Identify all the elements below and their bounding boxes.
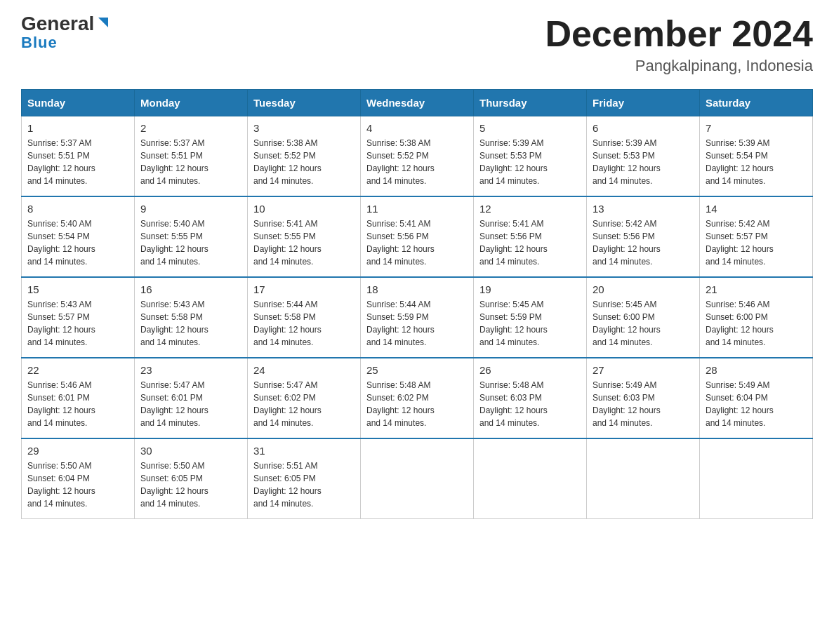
calendar-cell: 29 Sunrise: 5:50 AMSunset: 6:04 PMDaylig… bbox=[22, 438, 135, 519]
day-info: Sunrise: 5:49 AMSunset: 6:04 PMDaylight:… bbox=[706, 379, 807, 429]
day-number: 15 bbox=[27, 283, 128, 295]
calendar-cell: 8 Sunrise: 5:40 AMSunset: 5:54 PMDayligh… bbox=[22, 196, 135, 277]
calendar-body: 1 Sunrise: 5:37 AMSunset: 5:51 PMDayligh… bbox=[22, 116, 813, 519]
logo-blue: Blue bbox=[21, 34, 58, 52]
day-number: 23 bbox=[140, 364, 241, 376]
calendar-cell: 3 Sunrise: 5:38 AMSunset: 5:52 PMDayligh… bbox=[248, 116, 361, 197]
day-number: 24 bbox=[253, 364, 355, 376]
day-number: 5 bbox=[479, 122, 581, 134]
day-info: Sunrise: 5:45 AMSunset: 6:00 PMDaylight:… bbox=[593, 298, 694, 349]
calendar-cell: 25 Sunrise: 5:48 AMSunset: 6:02 PMDaylig… bbox=[361, 358, 474, 438]
day-info: Sunrise: 5:48 AMSunset: 6:03 PMDaylight:… bbox=[479, 379, 581, 429]
day-number: 28 bbox=[706, 364, 807, 376]
calendar-cell: 31 Sunrise: 5:51 AMSunset: 6:05 PMDaylig… bbox=[248, 438, 361, 519]
day-number: 1 bbox=[27, 122, 128, 134]
day-number: 6 bbox=[593, 122, 694, 134]
logo-icon bbox=[95, 15, 111, 30]
calendar-cell: 27 Sunrise: 5:49 AMSunset: 6:03 PMDaylig… bbox=[587, 358, 700, 438]
month-title: December 2024 bbox=[545, 14, 813, 54]
day-info: Sunrise: 5:47 AMSunset: 6:01 PMDaylight:… bbox=[140, 379, 241, 429]
calendar-cell: 22 Sunrise: 5:46 AMSunset: 6:01 PMDaylig… bbox=[22, 358, 135, 438]
calendar-cell: 1 Sunrise: 5:37 AMSunset: 5:51 PMDayligh… bbox=[22, 116, 135, 197]
calendar-cell: 30 Sunrise: 5:50 AMSunset: 6:05 PMDaylig… bbox=[135, 438, 248, 519]
calendar-cell: 12 Sunrise: 5:41 AMSunset: 5:56 PMDaylig… bbox=[474, 196, 587, 277]
day-info: Sunrise: 5:44 AMSunset: 5:59 PMDaylight:… bbox=[366, 298, 468, 349]
calendar-cell: 24 Sunrise: 5:47 AMSunset: 6:02 PMDaylig… bbox=[248, 358, 361, 438]
calendar-cell bbox=[474, 438, 587, 519]
day-number: 17 bbox=[253, 283, 355, 295]
calendar-cell: 6 Sunrise: 5:39 AMSunset: 5:53 PMDayligh… bbox=[587, 116, 700, 197]
day-number: 31 bbox=[253, 445, 355, 457]
day-number: 13 bbox=[593, 203, 694, 215]
day-info: Sunrise: 5:43 AMSunset: 5:58 PMDaylight:… bbox=[140, 298, 241, 349]
day-number: 20 bbox=[593, 283, 694, 295]
calendar-cell: 18 Sunrise: 5:44 AMSunset: 5:59 PMDaylig… bbox=[361, 277, 474, 358]
logo: General Blue bbox=[21, 14, 111, 52]
day-info: Sunrise: 5:50 AMSunset: 6:04 PMDaylight:… bbox=[27, 459, 128, 510]
page-header: General Blue December 2024 Pangkalpinang… bbox=[21, 14, 813, 75]
day-info: Sunrise: 5:40 AMSunset: 5:55 PMDaylight:… bbox=[140, 217, 241, 268]
day-header-sunday: Sunday bbox=[22, 90, 135, 116]
day-header-monday: Monday bbox=[135, 90, 248, 116]
calendar-cell: 26 Sunrise: 5:48 AMSunset: 6:03 PMDaylig… bbox=[474, 358, 587, 438]
calendar-cell: 5 Sunrise: 5:39 AMSunset: 5:53 PMDayligh… bbox=[474, 116, 587, 197]
day-info: Sunrise: 5:41 AMSunset: 5:56 PMDaylight:… bbox=[479, 217, 581, 268]
calendar-cell bbox=[361, 438, 474, 519]
week-row-3: 15 Sunrise: 5:43 AMSunset: 5:57 PMDaylig… bbox=[22, 277, 813, 358]
day-number: 26 bbox=[479, 364, 581, 376]
day-number: 16 bbox=[140, 283, 241, 295]
day-header-thursday: Thursday bbox=[474, 90, 587, 116]
day-header-friday: Friday bbox=[587, 90, 700, 116]
day-header-saturday: Saturday bbox=[700, 90, 813, 116]
calendar-cell: 13 Sunrise: 5:42 AMSunset: 5:56 PMDaylig… bbox=[587, 196, 700, 277]
day-info: Sunrise: 5:39 AMSunset: 5:54 PMDaylight:… bbox=[706, 137, 807, 187]
day-info: Sunrise: 5:42 AMSunset: 5:57 PMDaylight:… bbox=[706, 217, 807, 268]
day-number: 10 bbox=[253, 203, 355, 215]
day-number: 30 bbox=[140, 445, 241, 457]
calendar-cell bbox=[700, 438, 813, 519]
calendar-cell: 4 Sunrise: 5:38 AMSunset: 5:52 PMDayligh… bbox=[361, 116, 474, 197]
day-number: 9 bbox=[140, 203, 241, 215]
week-row-5: 29 Sunrise: 5:50 AMSunset: 6:04 PMDaylig… bbox=[22, 438, 813, 519]
calendar-cell: 9 Sunrise: 5:40 AMSunset: 5:55 PMDayligh… bbox=[135, 196, 248, 277]
day-info: Sunrise: 5:41 AMSunset: 5:56 PMDaylight:… bbox=[366, 217, 468, 268]
calendar-cell: 11 Sunrise: 5:41 AMSunset: 5:56 PMDaylig… bbox=[361, 196, 474, 277]
day-number: 27 bbox=[593, 364, 694, 376]
day-info: Sunrise: 5:46 AMSunset: 6:01 PMDaylight:… bbox=[27, 379, 128, 429]
day-number: 25 bbox=[366, 364, 468, 376]
calendar-table: SundayMondayTuesdayWednesdayThursdayFrid… bbox=[21, 89, 813, 519]
calendar-cell: 14 Sunrise: 5:42 AMSunset: 5:57 PMDaylig… bbox=[700, 196, 813, 277]
day-info: Sunrise: 5:46 AMSunset: 6:00 PMDaylight:… bbox=[706, 298, 807, 349]
location: Pangkalpinang, Indonesia bbox=[545, 57, 813, 75]
calendar-cell: 16 Sunrise: 5:43 AMSunset: 5:58 PMDaylig… bbox=[135, 277, 248, 358]
day-info: Sunrise: 5:50 AMSunset: 6:05 PMDaylight:… bbox=[140, 459, 241, 510]
calendar-cell: 10 Sunrise: 5:41 AMSunset: 5:55 PMDaylig… bbox=[248, 196, 361, 277]
day-info: Sunrise: 5:45 AMSunset: 5:59 PMDaylight:… bbox=[479, 298, 581, 349]
day-number: 29 bbox=[27, 445, 128, 457]
logo-general: General bbox=[21, 14, 94, 34]
week-row-1: 1 Sunrise: 5:37 AMSunset: 5:51 PMDayligh… bbox=[22, 116, 813, 197]
day-number: 21 bbox=[706, 283, 807, 295]
day-header-tuesday: Tuesday bbox=[248, 90, 361, 116]
calendar-cell: 15 Sunrise: 5:43 AMSunset: 5:57 PMDaylig… bbox=[22, 277, 135, 358]
calendar-cell: 23 Sunrise: 5:47 AMSunset: 6:01 PMDaylig… bbox=[135, 358, 248, 438]
day-info: Sunrise: 5:49 AMSunset: 6:03 PMDaylight:… bbox=[593, 379, 694, 429]
week-row-2: 8 Sunrise: 5:40 AMSunset: 5:54 PMDayligh… bbox=[22, 196, 813, 277]
day-info: Sunrise: 5:48 AMSunset: 6:02 PMDaylight:… bbox=[366, 379, 468, 429]
day-number: 19 bbox=[479, 283, 581, 295]
day-info: Sunrise: 5:40 AMSunset: 5:54 PMDaylight:… bbox=[27, 217, 128, 268]
day-info: Sunrise: 5:39 AMSunset: 5:53 PMDaylight:… bbox=[479, 137, 581, 187]
week-row-4: 22 Sunrise: 5:46 AMSunset: 6:01 PMDaylig… bbox=[22, 358, 813, 438]
day-number: 2 bbox=[140, 122, 241, 134]
title-section: December 2024 Pangkalpinang, Indonesia bbox=[545, 14, 813, 75]
day-info: Sunrise: 5:43 AMSunset: 5:57 PMDaylight:… bbox=[27, 298, 128, 349]
svg-marker-0 bbox=[98, 18, 108, 27]
day-info: Sunrise: 5:42 AMSunset: 5:56 PMDaylight:… bbox=[593, 217, 694, 268]
calendar-cell: 28 Sunrise: 5:49 AMSunset: 6:04 PMDaylig… bbox=[700, 358, 813, 438]
day-number: 22 bbox=[27, 364, 128, 376]
day-number: 18 bbox=[366, 283, 468, 295]
day-header-wednesday: Wednesday bbox=[361, 90, 474, 116]
calendar-cell: 17 Sunrise: 5:44 AMSunset: 5:58 PMDaylig… bbox=[248, 277, 361, 358]
day-info: Sunrise: 5:47 AMSunset: 6:02 PMDaylight:… bbox=[253, 379, 355, 429]
day-number: 11 bbox=[366, 203, 468, 215]
